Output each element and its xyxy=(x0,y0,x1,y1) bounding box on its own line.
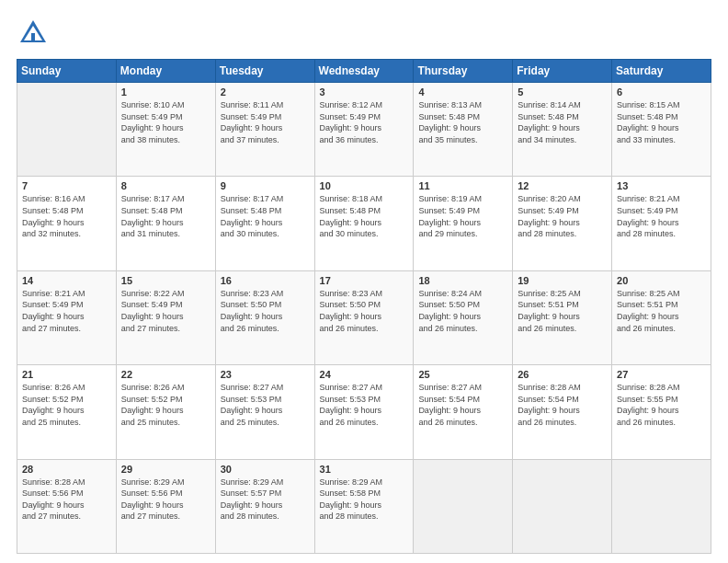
day-cell: 25Sunrise: 8:27 AM Sunset: 5:54 PM Dayli… xyxy=(414,365,513,459)
day-info: Sunrise: 8:28 AM Sunset: 5:54 PM Dayligh… xyxy=(518,382,607,428)
day-info: Sunrise: 8:29 AM Sunset: 5:58 PM Dayligh… xyxy=(320,477,409,523)
day-info: Sunrise: 8:27 AM Sunset: 5:53 PM Dayligh… xyxy=(221,382,310,428)
logo-icon xyxy=(17,17,50,50)
day-number: 20 xyxy=(617,275,706,286)
day-number: 17 xyxy=(320,275,409,286)
week-row-5: 28Sunrise: 8:28 AM Sunset: 5:56 PM Dayli… xyxy=(17,459,711,553)
day-cell: 2Sunrise: 8:11 AM Sunset: 5:49 PM Daylig… xyxy=(215,83,314,177)
day-info: Sunrise: 8:11 AM Sunset: 5:49 PM Dayligh… xyxy=(221,99,310,145)
weekday-header-friday: Friday xyxy=(513,60,612,83)
day-info: Sunrise: 8:17 AM Sunset: 5:48 PM Dayligh… xyxy=(121,193,210,239)
week-row-3: 14Sunrise: 8:21 AM Sunset: 5:49 PM Dayli… xyxy=(17,270,711,364)
day-number: 21 xyxy=(22,369,111,380)
day-cell: 10Sunrise: 8:18 AM Sunset: 5:48 PM Dayli… xyxy=(314,177,414,270)
day-number: 3 xyxy=(320,86,409,98)
day-cell: 9Sunrise: 8:17 AM Sunset: 5:48 PM Daylig… xyxy=(215,177,314,270)
day-info: Sunrise: 8:16 AM Sunset: 5:48 PM Dayligh… xyxy=(22,193,111,239)
calendar: SundayMondayTuesdayWednesdayThursdayFrid… xyxy=(17,59,711,554)
day-number: 18 xyxy=(418,275,507,286)
day-cell: 7Sunrise: 8:16 AM Sunset: 5:48 PM Daylig… xyxy=(17,177,117,270)
day-info: Sunrise: 8:21 AM Sunset: 5:49 PM Dayligh… xyxy=(617,193,706,239)
day-cell: 30Sunrise: 8:29 AM Sunset: 5:57 PM Dayli… xyxy=(215,459,314,553)
day-cell: 18Sunrise: 8:24 AM Sunset: 5:50 PM Dayli… xyxy=(414,270,513,364)
day-number: 10 xyxy=(320,180,409,191)
day-number: 26 xyxy=(518,369,607,380)
day-number: 28 xyxy=(22,464,111,475)
day-number: 14 xyxy=(22,275,111,286)
day-info: Sunrise: 8:23 AM Sunset: 5:50 PM Dayligh… xyxy=(320,288,409,334)
day-number: 2 xyxy=(221,86,310,98)
day-info: Sunrise: 8:15 AM Sunset: 5:48 PM Dayligh… xyxy=(617,99,706,145)
day-cell: 6Sunrise: 8:15 AM Sunset: 5:48 PM Daylig… xyxy=(612,83,711,177)
day-number: 5 xyxy=(518,86,607,98)
day-info: Sunrise: 8:25 AM Sunset: 5:51 PM Dayligh… xyxy=(617,288,706,334)
day-cell: 4Sunrise: 8:13 AM Sunset: 5:48 PM Daylig… xyxy=(414,83,513,177)
day-info: Sunrise: 8:21 AM Sunset: 5:49 PM Dayligh… xyxy=(22,288,111,334)
day-cell: 19Sunrise: 8:25 AM Sunset: 5:51 PM Dayli… xyxy=(513,270,612,364)
day-number: 7 xyxy=(22,180,111,191)
day-number: 8 xyxy=(121,180,210,191)
day-info: Sunrise: 8:26 AM Sunset: 5:52 PM Dayligh… xyxy=(121,382,210,428)
day-cell: 24Sunrise: 8:27 AM Sunset: 5:53 PM Dayli… xyxy=(314,365,414,459)
day-number: 12 xyxy=(518,180,607,191)
day-number: 13 xyxy=(617,180,706,191)
day-number: 22 xyxy=(121,369,210,380)
day-number: 11 xyxy=(418,180,507,191)
weekday-header-thursday: Thursday xyxy=(414,60,513,83)
day-cell: 5Sunrise: 8:14 AM Sunset: 5:48 PM Daylig… xyxy=(513,83,612,177)
day-number: 30 xyxy=(221,464,310,475)
day-number: 6 xyxy=(617,86,706,98)
day-cell: 31Sunrise: 8:29 AM Sunset: 5:58 PM Dayli… xyxy=(314,459,414,553)
day-info: Sunrise: 8:27 AM Sunset: 5:54 PM Dayligh… xyxy=(418,382,507,428)
logo xyxy=(17,17,53,50)
day-number: 25 xyxy=(418,369,507,380)
day-info: Sunrise: 8:28 AM Sunset: 5:56 PM Dayligh… xyxy=(22,477,111,523)
day-cell: 11Sunrise: 8:19 AM Sunset: 5:49 PM Dayli… xyxy=(414,177,513,270)
day-info: Sunrise: 8:29 AM Sunset: 5:57 PM Dayligh… xyxy=(221,477,310,523)
week-row-1: 1Sunrise: 8:10 AM Sunset: 5:49 PM Daylig… xyxy=(17,83,711,177)
day-cell: 15Sunrise: 8:22 AM Sunset: 5:49 PM Dayli… xyxy=(116,270,215,364)
header xyxy=(17,17,711,50)
day-cell: 21Sunrise: 8:26 AM Sunset: 5:52 PM Dayli… xyxy=(17,365,117,459)
week-row-4: 21Sunrise: 8:26 AM Sunset: 5:52 PM Dayli… xyxy=(17,365,711,459)
day-number: 15 xyxy=(121,275,210,286)
week-row-2: 7Sunrise: 8:16 AM Sunset: 5:48 PM Daylig… xyxy=(17,177,711,270)
day-cell: 27Sunrise: 8:28 AM Sunset: 5:55 PM Dayli… xyxy=(612,365,711,459)
day-number: 29 xyxy=(121,464,210,475)
weekday-row: SundayMondayTuesdayWednesdayThursdayFrid… xyxy=(17,60,711,83)
day-cell: 8Sunrise: 8:17 AM Sunset: 5:48 PM Daylig… xyxy=(116,177,215,270)
calendar-header: SundayMondayTuesdayWednesdayThursdayFrid… xyxy=(17,60,711,83)
day-number: 23 xyxy=(221,369,310,380)
day-number: 31 xyxy=(320,464,409,475)
day-cell xyxy=(513,459,612,553)
day-info: Sunrise: 8:24 AM Sunset: 5:50 PM Dayligh… xyxy=(418,288,507,334)
day-cell: 20Sunrise: 8:25 AM Sunset: 5:51 PM Dayli… xyxy=(612,270,711,364)
weekday-header-monday: Monday xyxy=(116,60,215,83)
weekday-header-saturday: Saturday xyxy=(612,60,711,83)
day-cell: 12Sunrise: 8:20 AM Sunset: 5:49 PM Dayli… xyxy=(513,177,612,270)
day-cell xyxy=(17,83,117,177)
day-cell: 16Sunrise: 8:23 AM Sunset: 5:50 PM Dayli… xyxy=(215,270,314,364)
day-number: 19 xyxy=(518,275,607,286)
day-info: Sunrise: 8:10 AM Sunset: 5:49 PM Dayligh… xyxy=(121,99,210,145)
day-info: Sunrise: 8:19 AM Sunset: 5:49 PM Dayligh… xyxy=(418,193,507,239)
weekday-header-sunday: Sunday xyxy=(17,60,117,83)
day-cell: 13Sunrise: 8:21 AM Sunset: 5:49 PM Dayli… xyxy=(612,177,711,270)
day-cell: 29Sunrise: 8:29 AM Sunset: 5:56 PM Dayli… xyxy=(116,459,215,553)
day-cell: 14Sunrise: 8:21 AM Sunset: 5:49 PM Dayli… xyxy=(17,270,117,364)
calendar-body: 1Sunrise: 8:10 AM Sunset: 5:49 PM Daylig… xyxy=(17,83,711,554)
day-cell: 28Sunrise: 8:28 AM Sunset: 5:56 PM Dayli… xyxy=(17,459,117,553)
day-cell: 22Sunrise: 8:26 AM Sunset: 5:52 PM Dayli… xyxy=(116,365,215,459)
day-info: Sunrise: 8:17 AM Sunset: 5:48 PM Dayligh… xyxy=(221,193,310,239)
day-info: Sunrise: 8:22 AM Sunset: 5:49 PM Dayligh… xyxy=(121,288,210,334)
day-number: 4 xyxy=(418,86,507,98)
day-info: Sunrise: 8:23 AM Sunset: 5:50 PM Dayligh… xyxy=(221,288,310,334)
day-info: Sunrise: 8:14 AM Sunset: 5:48 PM Dayligh… xyxy=(518,99,607,145)
day-number: 27 xyxy=(617,369,706,380)
day-info: Sunrise: 8:25 AM Sunset: 5:51 PM Dayligh… xyxy=(518,288,607,334)
day-info: Sunrise: 8:20 AM Sunset: 5:49 PM Dayligh… xyxy=(518,193,607,239)
day-info: Sunrise: 8:18 AM Sunset: 5:48 PM Dayligh… xyxy=(320,193,409,239)
day-number: 9 xyxy=(221,180,310,191)
day-info: Sunrise: 8:26 AM Sunset: 5:52 PM Dayligh… xyxy=(22,382,111,428)
day-cell: 3Sunrise: 8:12 AM Sunset: 5:49 PM Daylig… xyxy=(314,83,414,177)
